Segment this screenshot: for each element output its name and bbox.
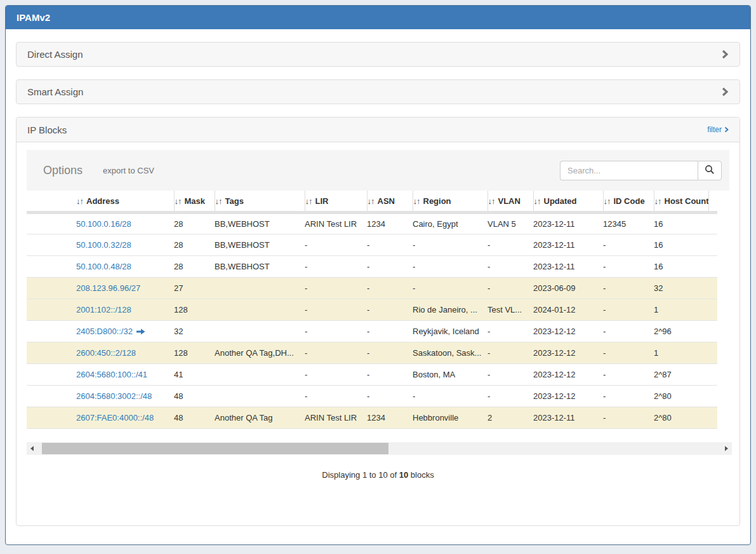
column-header-lir[interactable]: ↓↑LIR xyxy=(305,191,367,213)
pagination-prefix: Displaying 1 to 10 of xyxy=(322,470,399,480)
row-trail xyxy=(708,299,717,321)
address-link[interactable]: 2604:5680:100::/41 xyxy=(76,370,147,379)
cell-region: Boston, MA xyxy=(413,364,487,386)
table-row: 2607:FAE0:4000::/4848Another QA TagARIN … xyxy=(27,407,717,429)
cell-address: 50.100.0.32/28 xyxy=(76,234,174,256)
row-gutter xyxy=(27,213,76,234)
address-link[interactable]: 2607:FAE0:4000::/48 xyxy=(76,413,154,422)
cell-address: 50.100.0.16/28 xyxy=(76,213,174,234)
column-header-host-count[interactable]: ↓↑Host Count xyxy=(654,191,708,213)
column-header-vlan[interactable]: ↓↑VLAN xyxy=(487,191,533,213)
address-link[interactable]: 208.123.96.96/27 xyxy=(76,283,140,293)
column-header-mask[interactable]: ↓↑Mask xyxy=(174,191,215,213)
options-menu[interactable]: Options xyxy=(43,164,83,177)
address-link[interactable]: 2405:D800::/32 xyxy=(76,327,133,336)
column-header-region[interactable]: ↓↑Region xyxy=(413,191,487,213)
table-row: 50.100.0.32/2828BB,WEBHOST----2023-12-11… xyxy=(27,234,717,256)
smart-assign-panel[interactable]: Smart Assign xyxy=(16,79,740,104)
row-trail xyxy=(708,234,717,256)
filter-label: filter xyxy=(707,125,722,134)
cell-asn: - xyxy=(367,256,413,278)
cell-mask: 28 xyxy=(174,234,215,256)
cell-id_code: - xyxy=(603,256,654,278)
cell-updated: 2023-12-12 xyxy=(533,321,603,342)
row-trail xyxy=(708,364,717,386)
row-gutter xyxy=(27,278,76,299)
row-trail xyxy=(708,278,717,299)
column-header-address[interactable]: ↓↑Address xyxy=(76,191,174,213)
cell-id_code: - xyxy=(603,386,654,407)
scroll-right-button[interactable] xyxy=(721,442,732,455)
table-row: 2600:450::2/128128Another QA Tag,DH...--… xyxy=(27,342,717,364)
address-link[interactable]: 2600:450::2/128 xyxy=(76,348,136,358)
cell-asn: - xyxy=(367,386,413,407)
direct-assign-label: Direct Assign xyxy=(27,49,83,60)
cell-id_code: - xyxy=(603,342,654,364)
table-header-row: ↓↑Address ↓↑Mask ↓↑Tags ↓↑LIR ↓↑ASN ↓↑Re… xyxy=(27,191,717,213)
column-header-asn[interactable]: ↓↑ASN xyxy=(367,191,413,213)
cell-updated: 2023-12-11 xyxy=(533,213,603,234)
cell-address: 2600:450::2/128 xyxy=(76,342,174,364)
scroll-left-button[interactable] xyxy=(27,442,37,455)
scroll-right-icon xyxy=(725,446,728,451)
cell-mask: 41 xyxy=(174,364,215,386)
direct-assign-panel[interactable]: Direct Assign xyxy=(16,42,740,67)
cell-lir: - xyxy=(305,256,367,278)
sort-icon: ↓↑ xyxy=(534,196,541,206)
search-button[interactable] xyxy=(698,161,722,180)
cell-tags xyxy=(215,386,305,407)
cell-host_count: 1 xyxy=(654,342,708,364)
cell-tags xyxy=(215,299,305,321)
sort-icon: ↓↑ xyxy=(305,196,312,206)
cell-mask: 28 xyxy=(174,213,215,234)
cell-tags xyxy=(215,364,305,386)
address-link[interactable]: 50.100.0.16/28 xyxy=(76,219,131,229)
search-icon xyxy=(705,165,715,177)
column-header-updated[interactable]: ↓↑Updated xyxy=(533,191,603,213)
cell-updated: 2023-12-12 xyxy=(533,342,603,364)
column-header-id-code[interactable]: ↓↑ID Code xyxy=(603,191,654,213)
row-gutter xyxy=(27,386,76,407)
horizontal-scrollbar[interactable] xyxy=(27,442,732,455)
column-header-tags[interactable]: ↓↑Tags xyxy=(215,191,305,213)
export-csv-link[interactable]: export to CSV xyxy=(103,166,154,175)
app-title: IPAMv2 xyxy=(17,12,50,23)
address-link[interactable]: 50.100.0.48/28 xyxy=(76,262,131,271)
ip-blocks-header: IP Blocks filter xyxy=(17,118,739,142)
row-gutter xyxy=(27,364,76,386)
row-gutter xyxy=(27,342,76,364)
filter-link[interactable]: filter xyxy=(707,125,729,134)
cell-tags: BB,WEBHOST xyxy=(215,256,305,278)
search-input[interactable] xyxy=(560,161,698,180)
cell-updated: 2023-06-09 xyxy=(533,278,603,299)
chevron-right-icon xyxy=(722,50,729,59)
table-row: 2001:102::/128128--Rio de Janeiro, ...Te… xyxy=(27,299,717,321)
cell-id_code: - xyxy=(603,299,654,321)
address-link[interactable]: 50.100.0.32/28 xyxy=(76,240,131,250)
cell-tags xyxy=(215,278,305,299)
cell-region: - xyxy=(413,256,487,278)
cell-region: Reykjavik, Iceland xyxy=(413,321,487,342)
row-gutter xyxy=(27,299,76,321)
row-gutter xyxy=(27,256,76,278)
sort-icon: ↓↑ xyxy=(215,196,222,206)
cell-vlan: - xyxy=(487,321,533,342)
sort-icon: ↓↑ xyxy=(654,196,661,206)
cell-host_count: 16 xyxy=(654,256,708,278)
table-row: 2604:5680:100::/4141--Boston, MA-2023-12… xyxy=(27,364,717,386)
scrollbar-thumb[interactable] xyxy=(42,443,388,454)
ip-blocks-panel: IP Blocks filter Options export to CSV xyxy=(16,117,740,526)
table-row: 2405:D800::/3232--Reykjavik, Iceland-202… xyxy=(27,321,717,342)
cell-id_code: - xyxy=(603,234,654,256)
address-link[interactable]: 2604:5680:3002::/48 xyxy=(76,391,152,401)
address-link[interactable]: 2001:102::/128 xyxy=(76,305,131,314)
cell-asn: - xyxy=(367,342,413,364)
cell-host_count: 16 xyxy=(654,234,708,256)
arrow-right-icon xyxy=(136,327,145,337)
cell-host_count: 32 xyxy=(654,278,708,299)
cell-vlan: 2 xyxy=(487,407,533,429)
cell-vlan: - xyxy=(487,278,533,299)
cell-lir: - xyxy=(305,299,367,321)
cell-id_code: - xyxy=(603,278,654,299)
cell-region: - xyxy=(413,234,487,256)
